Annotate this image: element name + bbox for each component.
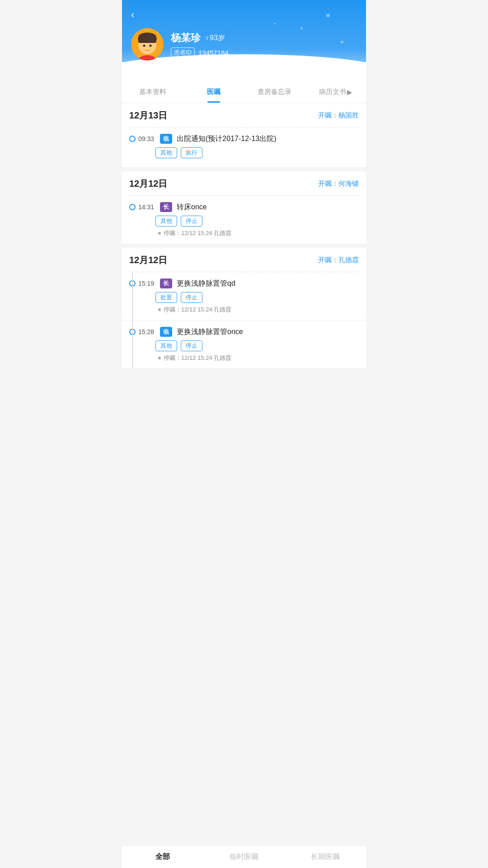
order-item: 14:31 长 转床once 其他 停止 停嘱：12/12 15:24 孔德霞 xyxy=(122,196,366,244)
order-type-badge: 临 xyxy=(160,134,172,144)
date-section-1213: 12月13日 开嘱：杨国胜 09:33 临 出院通知(预计2017-12-13出… xyxy=(122,103,366,168)
tabs-bar: 基本资料 医嘱 查房备忘录 病历文书 ▶ xyxy=(122,81,366,103)
orders-content: 12月13日 开嘱：杨国胜 09:33 临 出院通知(预计2017-12-13出… xyxy=(122,103,366,400)
tab-basic[interactable]: 基本资料 xyxy=(122,81,183,103)
tab-orders[interactable]: 医嘱 xyxy=(183,81,244,103)
tag: 其他 xyxy=(155,147,177,158)
header: ‹ 杨某珍 ♀93岁 xyxy=(122,0,366,81)
tag: 其他 xyxy=(155,216,177,226)
tag: 停止 xyxy=(181,292,202,303)
back-button[interactable]: ‹ xyxy=(131,9,134,21)
date-label: 12月12日 xyxy=(129,254,168,266)
order-type-badge: 长 xyxy=(160,278,172,288)
stop-info: 停嘱：12/12 15:24 孔德霞 xyxy=(158,354,359,362)
doctor-label: 开嘱：何海键 xyxy=(318,179,359,188)
svg-point-0 xyxy=(136,55,159,61)
tag: 执行 xyxy=(181,147,202,158)
order-type-badge: 临 xyxy=(160,327,172,337)
svg-point-5 xyxy=(143,45,145,47)
timeline: 15:19 长 更换浅静脉置管qd 处置 停止 停嘱：12/12 15:24 孔… xyxy=(122,272,366,369)
tab-records[interactable]: 病历文书 ▶ xyxy=(305,81,366,103)
stop-dot-icon xyxy=(158,308,161,311)
date-header-1213: 12月13日 开嘱：杨国胜 xyxy=(122,103,366,127)
tag: 处置 xyxy=(155,292,177,303)
stop-info: 停嘱：12/12 15:24 孔德霞 xyxy=(158,306,359,314)
order-item: 15:19 长 更换浅静脉置管qd 处置 停止 停嘱：12/12 15:24 孔… xyxy=(122,272,366,321)
tags-row: 其他 停止 xyxy=(155,340,359,351)
order-item: 09:33 临 出院通知(预计2017-12-13出院) 其他 执行 xyxy=(122,127,366,168)
circle-icon xyxy=(129,204,136,210)
patient-name: 杨某珍 ♀93岁 xyxy=(171,31,229,45)
date-section-1212b: 12月12日 开嘱：孔德霞 15:19 长 更换浅静脉置管qd 处置 xyxy=(122,248,366,369)
doctor-label: 开嘱：杨国胜 xyxy=(318,111,359,120)
tag: 停止 xyxy=(181,216,202,226)
order-type-badge: 长 xyxy=(160,202,172,212)
circle-icon xyxy=(129,136,136,142)
avatar xyxy=(131,28,164,61)
date-label: 12月13日 xyxy=(129,109,168,122)
svg-rect-4 xyxy=(138,39,156,43)
doctor-label: 开嘱：孔德霞 xyxy=(318,256,359,264)
date-header-1212b: 12月12日 开嘱：孔德霞 xyxy=(122,248,366,272)
patient-info: 杨某珍 ♀93岁 患者ID 13457184 xyxy=(131,28,357,61)
circle-icon xyxy=(129,329,136,335)
tag: 停止 xyxy=(181,340,202,351)
circle-icon xyxy=(129,280,136,287)
stop-dot-icon xyxy=(158,357,161,359)
patient-details: 杨某珍 ♀93岁 患者ID 13457184 xyxy=(171,31,229,57)
date-label: 12月12日 xyxy=(129,178,168,190)
date-section-1212a: 12月12日 开嘱：何海键 14:31 长 转床once 其他 停止 停嘱：12 xyxy=(122,171,366,244)
svg-point-6 xyxy=(150,45,152,47)
tags-row: 其他 执行 xyxy=(155,147,359,158)
tag: 其他 xyxy=(155,340,177,351)
order-item: 15:28 临 更换浅静脉置管once 其他 停止 停嘱：12/12 15:24… xyxy=(122,321,366,369)
stop-info: 停嘱：12/12 15:24 孔德霞 xyxy=(158,229,359,237)
date-header-1212a: 12月12日 开嘱：何海键 xyxy=(122,171,366,195)
stop-dot-icon xyxy=(158,232,161,235)
patient-id-row: 患者ID 13457184 xyxy=(171,47,229,57)
tags-row: 处置 停止 xyxy=(155,292,359,303)
tags-row: 其他 停止 xyxy=(155,216,359,226)
tab-rounds[interactable]: 查房备忘录 xyxy=(244,81,305,103)
